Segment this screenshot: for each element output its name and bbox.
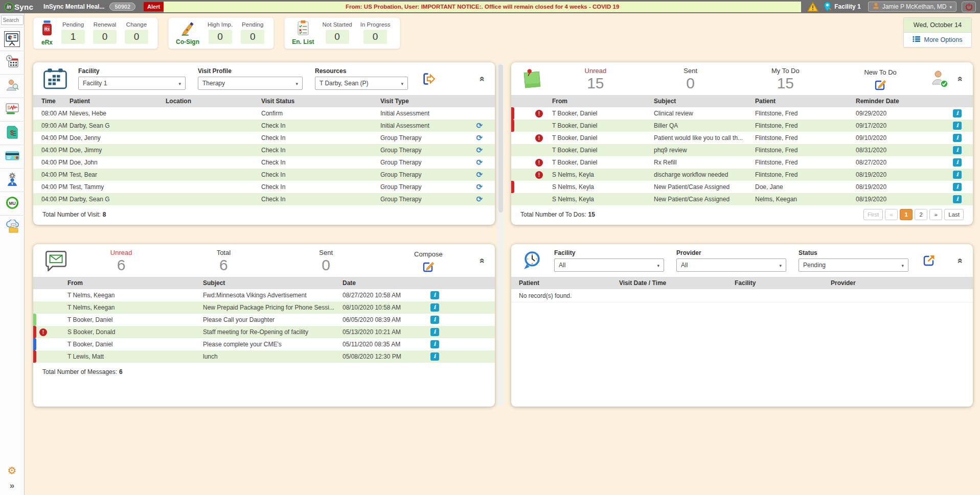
pagination-next-button[interactable]: »: [929, 209, 942, 220]
appointment-row[interactable]: 04:00 PMDoe, JohnCheck InGroup Therapy: [33, 156, 495, 169]
enlist-inprogress-count[interactable]: 0: [363, 30, 387, 44]
info-icon[interactable]: [953, 171, 962, 179]
todo-row[interactable]: T Booker, Danielphq9 reviewFlintstone, F…: [511, 144, 973, 156]
more-options-button[interactable]: More Options: [904, 33, 971, 47]
todo-row[interactable]: S Nelms, Keyladischarge workflow neededF…: [511, 169, 973, 181]
pending-status-select[interactable]: Pending: [799, 258, 908, 272]
msg-stat-unread: Unread6: [70, 247, 172, 274]
appointment-row[interactable]: 09:00 AMDarby, Sean GCheck InInitial Ass…: [33, 120, 495, 132]
resources-select[interactable]: T Darby, Sean (P): [315, 77, 408, 90]
visit-profile-select[interactable]: Therapy: [198, 77, 303, 90]
appointment-row[interactable]: 04:00 PMDoe, JennyCheck InGroup Therapy: [33, 132, 495, 144]
todo-sent-count[interactable]: 0: [686, 75, 695, 92]
app-title: InSync Mental Heal...: [43, 3, 104, 10]
sidebar-item-dashboard[interactable]: [0, 27, 25, 51]
enlist-label[interactable]: En. List: [292, 38, 314, 45]
search-input[interactable]: [1, 15, 24, 25]
msg-total-count[interactable]: 6: [219, 256, 228, 274]
message-row[interactable]: S Booker, DonaldStaff meeting for Re-Ope…: [33, 326, 495, 338]
info-icon[interactable]: [953, 195, 962, 203]
appointment-row[interactable]: 04:00 PMTest, TammyCheck InGroup Therapy: [33, 181, 495, 193]
message-row[interactable]: T Booker, DanielPlease complete your CME…: [33, 338, 495, 350]
sidebar-item-documents[interactable]: [0, 215, 25, 239]
message-row[interactable]: T Nelms, KeeganFwd:Minnesota Vikings Adv…: [33, 289, 495, 301]
open-external-icon[interactable]: [922, 253, 936, 268]
erx-pending-count[interactable]: 1: [61, 30, 85, 44]
enlist-notstarted-count[interactable]: 0: [326, 30, 349, 44]
info-icon[interactable]: [953, 134, 962, 142]
sidebar-item-meaningful-use[interactable]: MU: [0, 192, 25, 215]
logo-in-circle: in: [4, 2, 14, 12]
recurrence-icon: [476, 158, 483, 167]
appointment-row[interactable]: 04:00 PMDarby, Sean GCheck InGroup Thera…: [33, 193, 495, 205]
compose-message-icon[interactable]: [422, 260, 435, 273]
msg-sent-count[interactable]: 0: [322, 256, 330, 274]
logout-power-button[interactable]: [962, 2, 976, 12]
collapse-panel-icon[interactable]: [955, 76, 966, 81]
info-icon[interactable]: [430, 291, 439, 299]
new-todo-compose-icon[interactable]: [874, 78, 887, 91]
settings-gear-icon[interactable]: [8, 464, 17, 477]
info-icon[interactable]: [430, 328, 439, 336]
message-row[interactable]: T Lewis, Mattlunch05/08/2020 12:30 PM: [33, 350, 495, 363]
todo-row[interactable]: T Booker, DanielBiller QAFlintstone, Fre…: [511, 120, 973, 132]
alert-banner: From: US Probation, User: IMPORTANT NOTI…: [164, 2, 801, 12]
info-icon[interactable]: [430, 352, 439, 361]
message-row[interactable]: T Nelms, KeeganNew Prepaid Package Prici…: [33, 301, 495, 314]
message-row[interactable]: T Booker, DanielPlease Call your Daughte…: [33, 314, 495, 326]
messages-panel: Unread6 Total6 Sent0 Compose From Subjec…: [33, 244, 495, 407]
appointment-row[interactable]: 04:00 PMDoe, JimmyCheck InGroup Therapy: [33, 144, 495, 156]
info-icon[interactable]: [953, 158, 962, 167]
todo-row[interactable]: T Booker, DanielRx RefillFlintstone, Fre…: [511, 156, 973, 169]
erx-label[interactable]: eRx: [41, 39, 53, 46]
pagination-page-1-button[interactable]: 1: [900, 209, 913, 220]
sidebar-item-payments[interactable]: [0, 145, 25, 168]
info-icon[interactable]: [953, 122, 962, 130]
assign-todo-icon[interactable]: [931, 69, 948, 88]
pagination-last-button[interactable]: Last: [944, 209, 964, 220]
erx-change-count[interactable]: 0: [125, 30, 148, 44]
visit-total-label: Total Number of Visit:: [42, 211, 101, 218]
collapse-panel-icon[interactable]: [954, 258, 965, 263]
msg-unread-count[interactable]: 6: [117, 256, 126, 274]
collapse-panel-icon[interactable]: [477, 258, 488, 263]
location-pin-icon[interactable]: [824, 2, 831, 12]
info-icon[interactable]: [953, 146, 962, 154]
pagination-prev-button[interactable]: «: [885, 209, 898, 220]
todo-row[interactable]: T Booker, DanielPatient would like you t…: [511, 132, 973, 144]
pending-provider-select[interactable]: All: [676, 258, 786, 272]
expand-sidebar-icon[interactable]: [10, 481, 14, 491]
info-icon[interactable]: [953, 183, 962, 191]
facility-select[interactable]: Facility 1: [78, 77, 186, 90]
collapse-panel-icon[interactable]: [476, 76, 487, 81]
todo-unread-count[interactable]: 15: [587, 75, 604, 92]
info-icon[interactable]: [953, 109, 962, 117]
sidebar-item-health-record[interactable]: [0, 98, 25, 121]
go-to-scheduler-icon[interactable]: [422, 72, 436, 86]
appointment-row[interactable]: 08:00 AMNieves, HebeConfirmInitial Asses…: [33, 107, 495, 120]
sidebar-item-administration[interactable]: [0, 168, 25, 192]
todo-row[interactable]: T Booker, DanielClinical reviewFlintston…: [511, 107, 973, 120]
todo-row[interactable]: S Nelms, KeylaNew Patient/Case AssignedN…: [511, 193, 973, 205]
todo-row[interactable]: S Nelms, KeylaNew Patient/Case AssignedD…: [511, 181, 973, 193]
warning-icon[interactable]: [807, 2, 818, 12]
info-icon[interactable]: [430, 303, 439, 312]
scrollbar-thumb[interactable]: [498, 64, 503, 213]
sidebar-item-patient-search[interactable]: [0, 74, 25, 98]
sidebar-item-scheduler[interactable]: [0, 51, 25, 74]
erx-renewal-count[interactable]: 0: [93, 30, 117, 44]
pen-icon: [180, 20, 195, 38]
sidebar-item-billing[interactable]: $: [0, 121, 25, 145]
pagination-page-2-button[interactable]: 2: [915, 209, 927, 220]
cosign-label[interactable]: Co-Sign: [176, 38, 199, 45]
info-icon[interactable]: [430, 316, 439, 324]
cosign-highimp-count[interactable]: 0: [209, 30, 232, 44]
my-todo-count[interactable]: 15: [777, 75, 794, 92]
info-icon[interactable]: [430, 340, 439, 348]
cosign-pending-count[interactable]: 0: [241, 30, 264, 44]
date-button[interactable]: Wed, October 14: [904, 18, 971, 33]
pagination-first-button[interactable]: First: [863, 209, 883, 220]
appointment-row[interactable]: 04:00 PMTest, BearCheck InGroup Therapy: [33, 169, 495, 181]
pending-facility-select[interactable]: All: [554, 258, 664, 272]
user-menu[interactable]: Jamie P McKethan, MD: [868, 2, 956, 12]
